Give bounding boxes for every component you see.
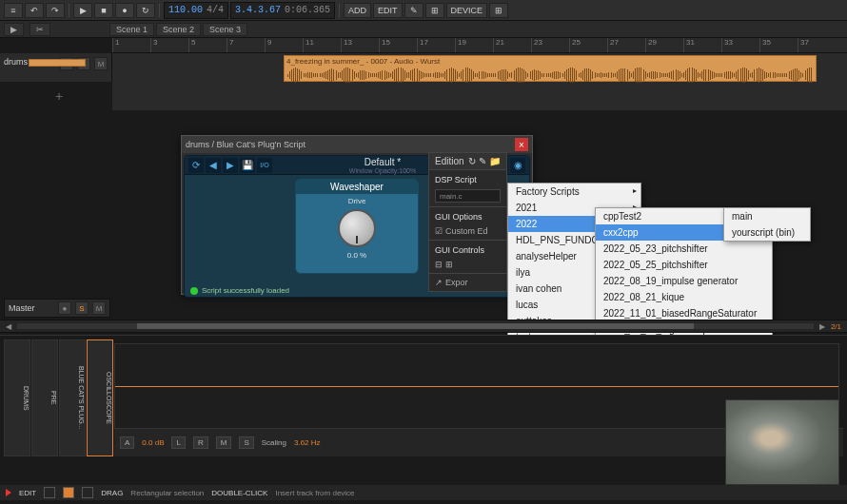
tempo-display[interactable]: 110.00 bbox=[168, 5, 203, 15]
next-preset-icon[interactable]: ▶ bbox=[223, 158, 238, 173]
play-button[interactable]: ▶ bbox=[73, 3, 92, 18]
record-button[interactable]: ● bbox=[115, 3, 134, 18]
menu-item[interactable]: main bbox=[724, 208, 810, 224]
device-slot-track[interactable]: DRUMS bbox=[4, 339, 30, 456]
device-settings[interactable]: ⊞ bbox=[489, 3, 508, 18]
menu-item[interactable]: 2022_08_21_kique bbox=[596, 289, 772, 305]
loop-button[interactable]: ↻ bbox=[136, 3, 155, 18]
custom-editor-checkbox[interactable]: ☑Custom Ed bbox=[435, 224, 501, 238]
plugin-window-title: drums / Blue Cat's Plug'n Script bbox=[186, 140, 305, 149]
drive-knob[interactable] bbox=[338, 209, 376, 247]
master-mute[interactable]: M bbox=[92, 301, 106, 315]
timecode[interactable]: 0:06.365 bbox=[285, 5, 330, 15]
timeline-ruler[interactable]: 135791113151719212325272931333537 bbox=[112, 38, 847, 53]
status-ok-icon bbox=[190, 287, 198, 295]
menu-item[interactable]: 2022_05_25_pitchshifter bbox=[596, 257, 772, 273]
plugin-logo-icon[interactable]: ⟳ bbox=[188, 158, 204, 173]
prev-preset-icon[interactable]: ◀ bbox=[206, 158, 221, 173]
menu-button[interactable]: ≡ bbox=[4, 3, 23, 18]
panel-toggle-3[interactable] bbox=[82, 487, 93, 498]
transport-display: 110.00 4/4 bbox=[164, 2, 228, 19]
ch-r[interactable]: R bbox=[193, 436, 208, 449]
edit-mode-label[interactable]: EDIT bbox=[19, 489, 36, 497]
add-track-button[interactable]: + bbox=[53, 91, 65, 103]
undo-button[interactable]: ↶ bbox=[25, 3, 44, 18]
webcam-overlay bbox=[725, 399, 839, 485]
device-chain: DRUMS PRE BLUE CAT'S PLUG... OSCILLOSCOP… bbox=[0, 336, 847, 460]
folder-icon[interactable]: 📁 bbox=[489, 156, 501, 166]
waveform bbox=[285, 67, 816, 84]
menu-item[interactable]: yourscript (bin) bbox=[724, 224, 810, 241]
knob-value: 0.0 % bbox=[296, 251, 418, 260]
clip-name: 4_freezing in summer_ - 0007 - Audio - W… bbox=[285, 56, 816, 67]
master-solo[interactable]: S bbox=[75, 301, 89, 315]
ch-m[interactable]: M bbox=[216, 436, 232, 449]
ch-s[interactable]: S bbox=[239, 436, 253, 449]
plugin-name: Waveshaper bbox=[296, 180, 418, 194]
redo-button[interactable]: ↷ bbox=[46, 3, 65, 18]
edit-menu[interactable]: EDIT bbox=[373, 3, 403, 18]
plugin-cat-icon[interactable]: ◉ bbox=[510, 158, 525, 173]
hscroll-row: ◀ ▶ 2/1 bbox=[0, 320, 847, 333]
tool-grid[interactable]: ⊞ bbox=[425, 3, 444, 18]
status-bar: EDIT DRAG Rectangular selection DOUBLE-C… bbox=[0, 485, 847, 500]
save-preset-icon[interactable]: 💾 bbox=[240, 158, 255, 173]
menu-item[interactable]: Factory Scripts bbox=[508, 184, 640, 200]
drag-desc: Rectangular selection bbox=[130, 489, 204, 497]
bars-beats[interactable]: 3.4.3.67 bbox=[235, 5, 281, 15]
dsp-script-dropdown[interactable]: main.c bbox=[435, 189, 501, 203]
panel-toggle-2[interactable] bbox=[63, 487, 74, 498]
dsp-script-label: DSP Script bbox=[435, 172, 501, 187]
io-badge[interactable]: I/O bbox=[257, 158, 272, 173]
scroll-page-left[interactable]: ◀ bbox=[6, 322, 11, 331]
scroll-page-right[interactable]: ▶ bbox=[819, 322, 825, 331]
page-indicator: 2/1 bbox=[831, 322, 841, 331]
scene-3[interactable]: Scene 3 bbox=[203, 23, 247, 36]
stop-button[interactable]: ■ bbox=[94, 3, 113, 18]
drag-label: DRAG bbox=[101, 489, 123, 497]
timesig-display[interactable]: 4/4 bbox=[207, 5, 224, 15]
edition-title: Edition ↻ ✎ 📁 bbox=[429, 153, 506, 169]
arrange-area: drums ● S M 4_freezing in summer_ - 0007… bbox=[0, 53, 847, 110]
pointer-tool[interactable]: ▶ bbox=[4, 23, 24, 36]
play-icon[interactable] bbox=[6, 489, 11, 496]
refresh-icon[interactable]: ↻ bbox=[468, 156, 476, 166]
close-icon[interactable]: × bbox=[515, 138, 528, 151]
gain-a[interactable]: A bbox=[120, 436, 134, 449]
knob-label: Drive bbox=[296, 197, 418, 205]
device-slot-plugin[interactable]: BLUE CAT'S PLUG... bbox=[59, 339, 86, 456]
gain-value[interactable]: 0.0 dB bbox=[142, 438, 164, 447]
audio-clip[interactable]: 4_freezing in summer_ - 0007 - Audio - W… bbox=[284, 55, 817, 82]
edition-panel: Edition ↻ ✎ 📁 DSP Script main.c GUI Opti… bbox=[428, 152, 507, 292]
dblclick-desc: Insert track from device bbox=[275, 489, 354, 497]
track-mute[interactable]: M bbox=[94, 57, 108, 70]
panel-toggle-1[interactable] bbox=[44, 487, 55, 498]
ch-l[interactable]: L bbox=[171, 436, 185, 449]
clip-mini-preview[interactable] bbox=[29, 59, 86, 67]
scene-bar: ▶ ✂ Scene 1 Scene 2 Scene 3 bbox=[0, 21, 847, 38]
plugin-window-titlebar[interactable]: drums / Blue Cat's Plug'n Script × bbox=[182, 136, 532, 153]
clip-area[interactable]: 4_freezing in summer_ - 0007 - Audio - W… bbox=[112, 53, 847, 110]
scaling-freq[interactable]: 3.62 Hz bbox=[294, 438, 321, 447]
scene-1[interactable]: Scene 1 bbox=[109, 23, 154, 36]
master-record[interactable]: ● bbox=[58, 301, 71, 315]
plugin-status: Script successfully loaded bbox=[190, 286, 289, 295]
menu-item[interactable]: 2022_05_23_pitchshifter bbox=[596, 241, 772, 257]
main-toolbar: ≡ ↶ ↷ ▶ ■ ● ↻ 110.00 4/4 3.4.3.67 0:06.3… bbox=[0, 0, 847, 21]
master-track-header[interactable]: Master ● S M bbox=[4, 299, 110, 318]
device-menu[interactable]: DEVICE bbox=[446, 3, 488, 18]
menu-item[interactable]: 2022_08_19_impulse generator bbox=[596, 273, 772, 289]
scope-trace bbox=[115, 386, 838, 387]
hscrollbar[interactable] bbox=[17, 323, 814, 329]
controls-toggle[interactable]: ⊟ ⊞ bbox=[435, 260, 453, 269]
add-menu[interactable]: ADD bbox=[344, 3, 371, 18]
script-final-menu: mainyourscript (bin) bbox=[723, 207, 811, 242]
export-button[interactable]: ↗ Expor bbox=[435, 276, 501, 289]
edit-icon[interactable]: ✎ bbox=[479, 156, 486, 166]
tool-snap[interactable]: ✎ bbox=[404, 3, 424, 18]
device-slot-pre[interactable]: PRE bbox=[31, 339, 58, 456]
cut-tool[interactable]: ✂ bbox=[30, 23, 50, 36]
track-header-drums[interactable]: drums ● S M bbox=[0, 53, 112, 82]
scene-2[interactable]: Scene 2 bbox=[156, 23, 201, 36]
device-slot-scope[interactable]: OSCILLOSCOPE bbox=[87, 339, 113, 456]
